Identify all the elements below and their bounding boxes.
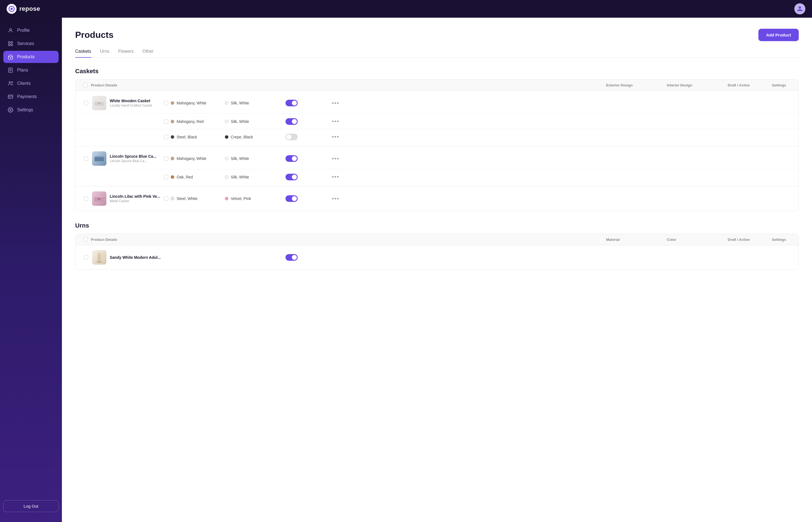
sidebar-item-clients[interactable]: Clients xyxy=(3,77,59,89)
row-checkbox[interactable] xyxy=(84,156,88,161)
product-details-text: Sandy White Modern Adul... xyxy=(110,255,161,260)
more-options-button[interactable]: ••• xyxy=(330,117,342,126)
settings-cell: ••• xyxy=(330,117,352,126)
app-name: repose xyxy=(19,5,40,13)
header-material: Material xyxy=(606,238,667,242)
tabs-bar: Caskets Urns Flowers Other xyxy=(75,49,799,58)
svg-rect-24 xyxy=(98,198,101,200)
variant-checkbox[interactable] xyxy=(164,156,168,161)
add-product-button[interactable]: Add Product xyxy=(758,29,799,41)
product-lincoln-blue: Lincoln Spruce Blue Ca... Lincoln Spruce… xyxy=(75,146,798,186)
active-toggle[interactable] xyxy=(286,254,298,261)
svg-rect-4 xyxy=(11,44,13,46)
main-content: Products Add Product Caskets Urns Flower… xyxy=(62,18,812,522)
tab-urns[interactable]: Urns xyxy=(100,49,110,58)
variant-checkbox[interactable] xyxy=(164,119,168,124)
urns-section-title: Urns xyxy=(75,222,799,229)
header-checkbox[interactable] xyxy=(83,237,88,242)
product-lincoln-lilac: Lincoln Lilac with Pink Ve... Metal Cask… xyxy=(75,186,798,211)
active-toggle[interactable] xyxy=(286,195,298,202)
color-indicator xyxy=(225,120,229,123)
header-settings: Settings xyxy=(772,83,794,87)
product-thumbnail xyxy=(92,96,107,110)
urns-table: Product Details Material Color Draft / A… xyxy=(75,234,799,270)
more-options-button[interactable]: ••• xyxy=(330,99,342,107)
row-checkbox[interactable] xyxy=(84,255,88,260)
toggle-knob xyxy=(292,156,297,161)
top-nav: repose xyxy=(0,0,812,18)
svg-rect-18 xyxy=(98,102,101,104)
interior-value: Silk, White xyxy=(231,101,249,105)
table-row: Lincoln Spruce Blue Ca... Lincoln Spruce… xyxy=(75,146,798,169)
svg-point-0 xyxy=(10,28,12,31)
active-toggle[interactable] xyxy=(286,155,298,162)
casket-image xyxy=(94,155,104,162)
header-interior-design: Interior Design xyxy=(667,83,728,87)
sidebar-item-plans[interactable]: Plans xyxy=(3,64,59,76)
product-details-text: Lincoln Spruce Blue Ca... Lincoln Spruce… xyxy=(110,154,156,163)
sidebar-item-label: Products xyxy=(17,55,35,59)
interior-value: Velvet, Pink xyxy=(231,196,251,201)
header-checkbox[interactable] xyxy=(83,83,88,87)
table-row: Sandy White Modern Adul... xyxy=(75,245,798,269)
interior-value: Silk, White xyxy=(231,156,249,161)
credit-card-icon xyxy=(8,94,13,99)
exterior-value: Steel, Black xyxy=(177,135,197,139)
exterior-value: Mahogany, White xyxy=(177,156,207,161)
logo-icon xyxy=(7,4,17,14)
toggle-knob xyxy=(292,255,297,260)
product-thumbnail xyxy=(92,250,107,265)
more-options-button[interactable]: ••• xyxy=(330,195,342,203)
active-toggle[interactable] xyxy=(286,100,298,106)
sidebar-item-profile[interactable]: Profile xyxy=(3,24,59,37)
interior-value: Silk, White xyxy=(231,175,249,179)
sidebar-item-settings[interactable]: Settings xyxy=(3,104,59,116)
product-details-text: White Wooden Casket Locally Hand-Crafted… xyxy=(110,99,152,107)
more-options-button[interactable]: ••• xyxy=(330,133,342,141)
svg-rect-1 xyxy=(8,42,10,43)
tab-flowers[interactable]: Flowers xyxy=(118,49,134,58)
interior-cell: Silk, White xyxy=(225,156,286,161)
tab-other[interactable]: Other xyxy=(142,49,154,58)
box-icon xyxy=(8,54,13,60)
more-options-button[interactable]: ••• xyxy=(330,154,342,163)
toggle-knob xyxy=(292,196,297,201)
user-icon xyxy=(8,27,13,33)
header-checkbox-cell xyxy=(80,237,91,242)
sidebar-item-products[interactable]: Products xyxy=(3,51,59,63)
toggle-cell xyxy=(286,174,330,180)
user-avatar[interactable] xyxy=(794,3,805,14)
product-subtitle: Metal Casket xyxy=(110,199,160,203)
more-options-button[interactable]: ••• xyxy=(330,173,342,181)
interior-cell: Silk, White xyxy=(225,175,286,179)
variant-checkbox[interactable] xyxy=(164,135,168,139)
row-checkbox[interactable] xyxy=(84,196,88,201)
product-name: Lincoln Lilac with Pink Ve... xyxy=(110,194,160,199)
grid-icon xyxy=(8,41,13,46)
svg-point-15 xyxy=(10,109,11,111)
variant-checkbox[interactable] xyxy=(164,175,168,179)
table-row: Mahogany, Red Silk, White ••• xyxy=(75,114,798,129)
active-toggle[interactable] xyxy=(286,174,298,180)
variant-checkbox[interactable] xyxy=(164,196,168,201)
sidebar-item-payments[interactable]: Payments xyxy=(3,91,59,103)
page-header: Products Add Product xyxy=(75,29,799,41)
active-toggle[interactable] xyxy=(286,118,298,125)
sidebar-item-label: Plans xyxy=(17,68,28,73)
row-checkbox-cell xyxy=(80,196,92,201)
active-toggle[interactable] xyxy=(286,134,298,140)
table-row: Lincoln Lilac with Pink Ve... Metal Cask… xyxy=(75,186,798,211)
sidebar-item-services[interactable]: Services xyxy=(3,38,59,50)
interior-cell: Silk, White xyxy=(225,101,286,105)
product-info: Lincoln Lilac with Pink Ve... Metal Cask… xyxy=(92,192,164,206)
row-checkbox[interactable] xyxy=(84,101,88,105)
settings-cell: ••• xyxy=(330,195,352,203)
variant-checkbox[interactable] xyxy=(164,101,168,105)
file-icon xyxy=(8,67,13,73)
header-exterior-design: Exterior Design xyxy=(606,83,667,87)
tab-caskets[interactable]: Caskets xyxy=(75,49,91,58)
logout-button[interactable]: Log Out xyxy=(3,500,59,512)
exterior-cell: Mahogany, White xyxy=(164,101,225,105)
sidebar-item-label: Settings xyxy=(17,107,33,113)
color-indicator xyxy=(171,135,174,139)
